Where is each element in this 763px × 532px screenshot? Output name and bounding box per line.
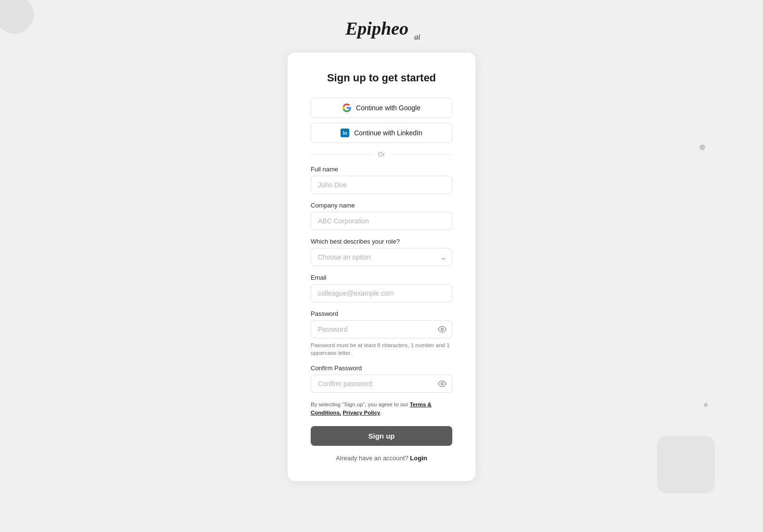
confirm-password-field-group: Confirm Password — [311, 364, 452, 393]
password-label: Password — [311, 310, 452, 317]
signup-button[interactable]: Sign up — [311, 426, 452, 446]
login-link[interactable]: Login — [410, 454, 427, 462]
linkedin-signin-button[interactable]: Continue with LinkedIn — [311, 123, 452, 143]
role-field-group: Which best describes your role? Choose a… — [311, 238, 452, 266]
full-name-field-group: Full name — [311, 166, 452, 194]
password-hint: Password must be at least 8 characters, … — [311, 341, 452, 357]
bg-decoration-dot-2 — [704, 403, 708, 407]
bg-decoration-bottom-right — [657, 436, 715, 493]
password-toggle-button[interactable] — [438, 325, 447, 334]
role-label: Which best describes your role? — [311, 238, 452, 245]
email-input[interactable] — [311, 284, 452, 302]
svg-point-4 — [441, 383, 444, 385]
privacy-link[interactable]: Privacy Policy — [342, 410, 380, 415]
company-name-label: Company name — [311, 202, 452, 209]
eye-icon-confirm — [438, 379, 447, 388]
svg-text:Epipheo: Epipheo — [345, 18, 408, 39]
google-icon — [342, 104, 351, 112]
signup-card: Sign up to get started Continue with Goo… — [288, 52, 475, 481]
eye-icon — [438, 325, 447, 334]
google-button-label: Continue with Google — [356, 104, 421, 112]
terms-text: By selecting "Sign up", you agree to our… — [311, 401, 452, 417]
svg-point-3 — [441, 328, 444, 331]
confirm-password-input[interactable] — [311, 375, 452, 393]
role-select[interactable]: Choose an option Developer Designer Prod… — [311, 248, 452, 266]
role-select-wrapper: Choose an option Developer Designer Prod… — [311, 248, 452, 266]
bg-decoration-dot-1 — [699, 144, 705, 150]
email-label: Email — [311, 274, 452, 281]
login-link-text: Already have an account? Login — [311, 454, 452, 462]
or-divider: Or — [311, 151, 452, 158]
password-wrapper — [311, 320, 452, 338]
confirm-password-toggle-button[interactable] — [438, 379, 447, 388]
full-name-label: Full name — [311, 166, 452, 173]
email-field-group: Email — [311, 274, 452, 302]
company-name-input[interactable] — [311, 212, 452, 230]
full-name-input[interactable] — [311, 176, 452, 194]
confirm-password-label: Confirm Password — [311, 364, 452, 372]
card-title: Sign up to get started — [311, 72, 452, 84]
password-input[interactable] — [311, 320, 452, 338]
logo: Epipheo ai — [343, 14, 420, 43]
logo-svg: Epipheo ai — [343, 14, 420, 41]
company-name-field-group: Company name — [311, 202, 452, 230]
svg-text:ai: ai — [414, 33, 420, 41]
linkedin-icon — [341, 129, 349, 137]
confirm-password-wrapper — [311, 375, 452, 393]
password-field-group: Password Password must be at least 8 cha… — [311, 310, 452, 357]
google-signin-button[interactable]: Continue with Google — [311, 98, 452, 118]
bg-decoration-top-left — [0, 0, 34, 34]
linkedin-button-label: Continue with LinkedIn — [354, 129, 422, 137]
